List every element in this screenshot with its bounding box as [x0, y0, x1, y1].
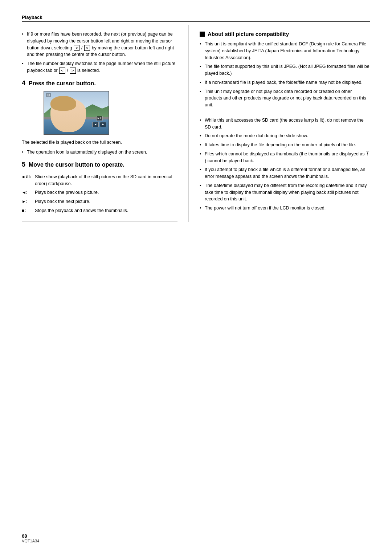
icon-stop-desc: Stops the playback and shows the thumbna…: [33, 207, 177, 214]
step4-bullet-list: The operation icon is automatically disp…: [22, 149, 177, 156]
right-arrow-box2: >: [70, 68, 75, 73]
footer-code: VQT1A34: [22, 539, 39, 543]
list-item: It takes time to display the file depend…: [200, 142, 370, 148]
icon-list: ►/II: Slide show (playback of the still …: [22, 174, 177, 214]
step4-desc1: The selected file is played back on the …: [22, 139, 177, 146]
step4-number: 4: [22, 80, 25, 87]
play-pause-btn: ►II: [96, 116, 103, 121]
left-arrow-box2: <: [59, 68, 65, 73]
list-item: ►/II: Slide show (playback of the still …: [22, 174, 177, 187]
header-label: Playback: [22, 15, 370, 20]
person-hair: [50, 96, 76, 111]
step4-heading: 4 Press the cursor button.: [22, 79, 177, 87]
list-item: ◄: Plays back the previous picture.: [22, 189, 177, 196]
icon-next-desc: Plays back the next picture.: [33, 198, 177, 205]
list-item: The file number display switches to the …: [22, 60, 177, 74]
camera-overlay-icon: ⊡: [46, 93, 51, 97]
list-item: If you attempt to play back a file which…: [200, 166, 370, 180]
list-item: The operation icon is automatically disp…: [22, 149, 177, 156]
camera-controls-overlay: ►II ◄ ►: [92, 116, 106, 127]
ctrl-row: ◄ ►: [92, 122, 106, 127]
list-item: The date/time displayed may be different…: [200, 182, 370, 203]
thumbnail-icon: !: [366, 151, 369, 157]
header-section: Playback: [22, 15, 370, 22]
icon-next: ►:: [22, 198, 33, 205]
step5-heading: 5 Move the cursor button to operate.: [22, 160, 177, 169]
footer: 68 VQT1A34: [22, 533, 39, 543]
right-bullet-list: This unit is compliant with the unified …: [200, 41, 370, 109]
right-bullet-list-2: While this unit accesses the SD card (th…: [200, 117, 370, 212]
list-item: The file format supported by this unit i…: [200, 63, 370, 77]
icon-play-pause: ►/II:: [22, 174, 33, 187]
section-title-block: [200, 32, 205, 37]
prev-btn: ◄: [92, 122, 99, 127]
icon-prev: ◄:: [22, 189, 33, 196]
next-btn: ►: [100, 122, 106, 127]
step5-number: 5: [22, 161, 25, 168]
camera-screen-image: ⊡ ►II ◄ ►: [44, 91, 109, 135]
page: Playback If 9 or more files have been re…: [0, 0, 392, 554]
section-title-text: About still picture compatibility: [208, 31, 289, 37]
step4-label: Press the cursor button.: [29, 80, 96, 86]
list-item: If 9 or more files have been recorded, t…: [22, 31, 177, 58]
right-arrow-box: >: [84, 45, 90, 51]
left-arrow-box: <: [74, 45, 79, 51]
list-item: Files which cannot be displayed as thumb…: [200, 151, 370, 164]
left-bottom-rule: [22, 221, 177, 222]
list-item: The power will not turn off even if the …: [200, 205, 370, 212]
icon-prev-desc: Plays back the previous picture.: [33, 189, 177, 196]
icon-stop: ■:: [22, 207, 33, 214]
list-item: This unit is compliant with the unified …: [200, 41, 370, 61]
content-area: If 9 or more files have been recorded, t…: [22, 25, 370, 222]
footer-page-number: 68: [22, 533, 39, 539]
camera-image-container: ⊡ ►II ◄ ►: [44, 91, 177, 135]
list-item: Do not operate the mode dial during the …: [200, 133, 370, 139]
section-title: About still picture compatibility: [200, 31, 370, 37]
icon-play-pause-desc: Slide show (playback of the still pictur…: [33, 174, 177, 187]
intro-bullet-list: If 9 or more files have been recorded, t…: [22, 31, 177, 74]
right-mid-rule: [200, 113, 370, 113]
list-item: ►: Plays back the next picture.: [22, 198, 177, 205]
list-item: If a non-standard file is played back, t…: [200, 79, 370, 86]
top-rule: [22, 21, 370, 22]
left-column: If 9 or more files have been recorded, t…: [22, 25, 189, 222]
step5-label: Move the cursor button to operate.: [29, 162, 124, 168]
list-item: While this unit accesses the SD card (th…: [200, 117, 370, 131]
right-column: About still picture compatibility This u…: [189, 25, 370, 222]
list-item: ■: Stops the playback and shows the thum…: [22, 207, 177, 214]
list-item: This unit may degrade or not play back d…: [200, 88, 370, 109]
